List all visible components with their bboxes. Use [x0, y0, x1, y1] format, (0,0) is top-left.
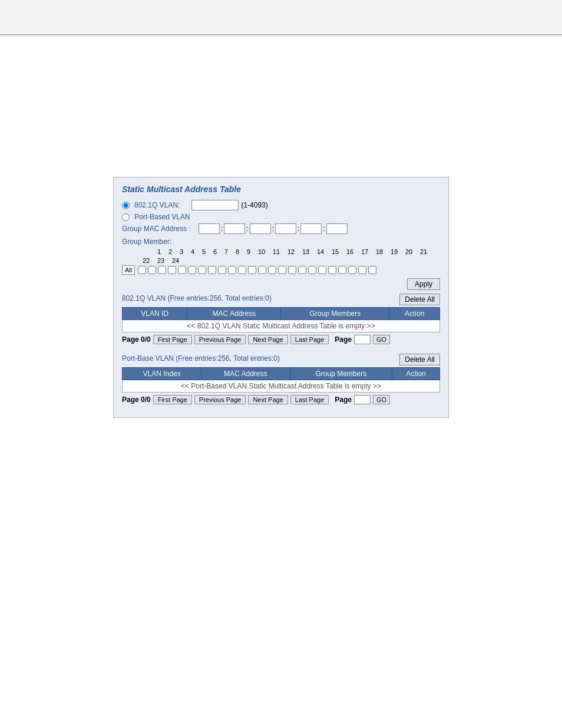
table2-header-row: VLAN Index MAC Address Group Members Act… [123, 368, 440, 380]
port-cb-14[interactable] [268, 266, 276, 274]
port-cb-19[interactable] [318, 266, 326, 274]
th-action-1: Action [389, 308, 440, 320]
delete-all-button-1[interactable]: Delete All [399, 294, 440, 305]
port-cb-20[interactable] [328, 266, 336, 274]
main-content: Static Multicast Address Table 802.1Q VL… [0, 35, 562, 430]
page-label-1: Page [335, 335, 352, 344]
port-cb-15[interactable] [278, 266, 286, 274]
port-cb-16[interactable] [288, 266, 296, 274]
port-cb-11[interactable] [238, 266, 246, 274]
port-num-9: 9 [244, 248, 253, 255]
port-num-20: 20 [402, 248, 415, 255]
last-page-btn-1[interactable]: Last Page [290, 335, 329, 344]
port-cb-1[interactable] [138, 266, 146, 274]
go-btn-2[interactable]: GO [373, 395, 390, 404]
port-num-14: 14 [314, 248, 327, 255]
next-page-btn-2[interactable]: Next Page [248, 395, 287, 404]
port-cb-5[interactable] [178, 266, 186, 274]
vlan-portbased-radio[interactable] [122, 213, 130, 221]
last-page-btn-2[interactable]: Last Page [290, 395, 329, 404]
delete-all-button-2[interactable]: Delete All [399, 354, 440, 365]
port-num-1: 1 [154, 248, 164, 255]
section-title: Static Multicast Address Table [122, 185, 440, 194]
mac-field-2[interactable] [224, 223, 245, 234]
vlan-id-input[interactable] [191, 200, 239, 210]
page1-info: Page 0/0 [122, 335, 151, 344]
page-input-2[interactable] [354, 395, 371, 404]
mac-label: Group MAC Address : [122, 225, 199, 233]
table1-info: 802.1Q VLAN (Free entries:256, Total ent… [122, 294, 272, 302]
prev-page-btn-1[interactable]: Previous Page [194, 335, 246, 344]
port-num-4: 4 [188, 248, 197, 255]
vlan-portbased-label: Port-Based VLAN [134, 213, 190, 221]
mac-field-1[interactable] [199, 223, 220, 234]
table2-info: Port-Base VLAN (Free entries:256, Total … [122, 354, 280, 363]
top-spacer [18, 47, 544, 177]
mac-field-3[interactable] [250, 223, 271, 234]
th-vlan-index: VLAN Index [123, 368, 201, 380]
vlan-8021q-radio[interactable] [122, 202, 130, 209]
table2-empty-row: << Port-Based VLAN Static Multicast Addr… [123, 380, 440, 393]
page-label-2: Page [335, 396, 352, 404]
port-num-3: 3 [177, 248, 186, 255]
port-cb-13[interactable] [258, 266, 266, 274]
table1-info-row: 802.1Q VLAN (Free entries:256, Total ent… [122, 294, 440, 305]
port-num-7: 7 [222, 248, 231, 255]
top-bar [0, 0, 562, 35]
go-btn-1[interactable]: GO [373, 335, 390, 344]
table-portbase: VLAN Index MAC Address Group Members Act… [122, 367, 440, 393]
table-8021q: VLAN ID MAC Address Group Members Action… [122, 307, 440, 332]
prev-page-btn-2[interactable]: Previous Page [194, 395, 246, 404]
port-num-2: 2 [166, 248, 175, 255]
first-page-btn-1[interactable]: First Page [153, 335, 192, 344]
port-cb-8[interactable] [208, 266, 216, 274]
th-action-2: Action [392, 368, 440, 380]
vlan-portbased-row: Port-Based VLAN [122, 213, 440, 221]
th-vlan-id: VLAN ID [123, 308, 187, 320]
table1-empty-msg: << 802.1Q VLAN Static Multicast Address … [123, 320, 440, 332]
port-cb-9[interactable] [218, 266, 226, 274]
table1-header-row: VLAN ID MAC Address Group Members Action [123, 308, 440, 320]
port-cb-12[interactable] [248, 266, 256, 274]
port-cb-3[interactable] [158, 266, 166, 274]
port-num-21: 21 [417, 248, 430, 255]
port-cb-4[interactable] [168, 266, 176, 274]
pagination-row-2: Page 0/0 First Page Previous Page Next P… [122, 395, 440, 404]
port-cb-6[interactable] [188, 266, 196, 274]
port-num-22: 22 [140, 257, 153, 264]
port-num-23: 23 [154, 257, 167, 264]
next-page-btn-1[interactable]: Next Page [248, 335, 287, 344]
port-cb-24[interactable] [368, 266, 376, 274]
first-page-btn-2[interactable]: First Page [153, 395, 192, 404]
page-input-1[interactable] [354, 335, 371, 344]
port-num-24: 24 [169, 257, 182, 264]
vlan-8021q-label: 802.1Q VLAN: [134, 201, 180, 209]
vlan-8021q-row: 802.1Q VLAN: (1-4093) [122, 200, 440, 210]
page2-info: Page 0/0 [122, 396, 151, 404]
port-num-17: 17 [358, 248, 371, 255]
mac-field-6[interactable] [326, 223, 348, 234]
port-cb-17[interactable] [298, 266, 306, 274]
table1-empty-row: << 802.1Q VLAN Static Multicast Address … [123, 320, 440, 332]
port-num-12: 12 [285, 248, 297, 255]
group-member-section: Group Member: 1 2 3 4 5 6 7 8 9 10 11 12… [122, 238, 440, 275]
port-num-19: 19 [388, 248, 401, 255]
apply-row: Apply [122, 278, 440, 290]
port-num-11: 11 [270, 248, 283, 255]
port-num-5: 5 [199, 248, 209, 255]
port-cb-7[interactable] [198, 266, 206, 274]
port-cb-22[interactable] [348, 266, 356, 274]
mac-field-4[interactable] [275, 223, 296, 234]
mac-field-5[interactable] [300, 223, 322, 234]
th-group-members-2: Group Members [290, 368, 392, 380]
apply-button[interactable]: Apply [407, 278, 440, 290]
port-cb-10[interactable] [228, 266, 236, 274]
th-group-members-1: Group Members [281, 308, 389, 320]
mac-address-row: Group MAC Address : : : : : : [122, 223, 440, 234]
port-cb-23[interactable] [358, 266, 366, 274]
port-cb-21[interactable] [338, 266, 346, 274]
static-multicast-container: Static Multicast Address Table 802.1Q VL… [113, 177, 449, 418]
port-cb-18[interactable] [308, 266, 316, 274]
all-button[interactable]: All [122, 265, 135, 275]
port-cb-2[interactable] [148, 266, 156, 274]
